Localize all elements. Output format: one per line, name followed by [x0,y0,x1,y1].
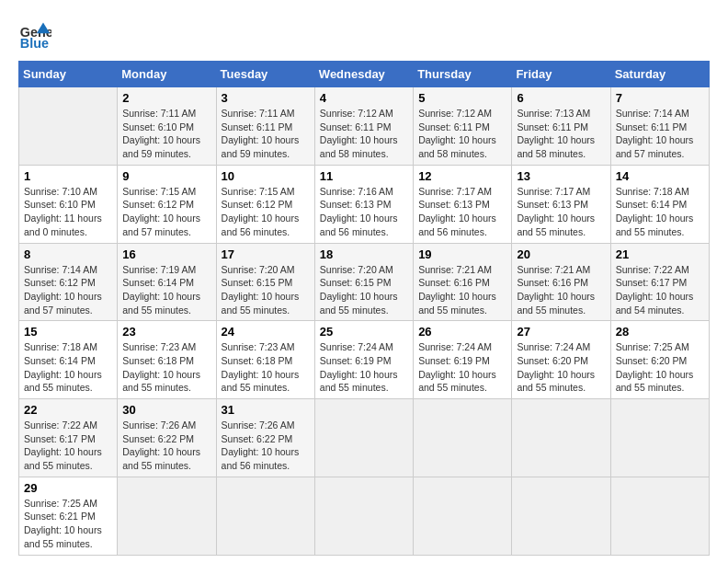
day-info: Sunrise: 7:20 AM Sunset: 6:15 PM Dayligh… [320,263,408,317]
calendar-cell: 31Sunrise: 7:26 AM Sunset: 6:22 PM Dayli… [216,399,314,477]
logo: General Blue [18,18,51,52]
calendar-cell: 18Sunrise: 7:20 AM Sunset: 6:15 PM Dayli… [314,243,413,321]
day-info: Sunrise: 7:26 AM Sunset: 6:22 PM Dayligh… [122,419,210,473]
day-number: 17 [222,247,310,261]
day-header-tuesday: Tuesday [216,62,314,87]
day-header-friday: Friday [512,62,610,87]
calendar-cell: 11Sunrise: 7:16 AM Sunset: 6:13 PM Dayli… [314,165,413,243]
calendar-cell: 13Sunrise: 7:17 AM Sunset: 6:13 PM Dayli… [512,165,610,243]
day-info: Sunrise: 7:13 AM Sunset: 6:11 PM Dayligh… [517,107,605,161]
day-number: 27 [517,325,605,339]
day-number: 21 [616,247,704,261]
calendar-cell: 30Sunrise: 7:26 AM Sunset: 6:22 PM Dayli… [118,399,216,477]
day-number: 10 [222,169,310,183]
calendar-cell: 16Sunrise: 7:19 AM Sunset: 6:14 PM Dayli… [118,243,216,321]
day-number: 3 [222,91,310,105]
day-number: 24 [222,325,310,339]
calendar-week-3: 15Sunrise: 7:18 AM Sunset: 6:14 PM Dayli… [19,321,710,399]
calendar-week-2: 8Sunrise: 7:14 AM Sunset: 6:12 PM Daylig… [19,243,710,321]
day-info: Sunrise: 7:15 AM Sunset: 6:12 PM Dayligh… [222,185,310,239]
calendar-cell: 20Sunrise: 7:21 AM Sunset: 6:16 PM Dayli… [512,243,610,321]
calendar-cell: 29Sunrise: 7:25 AM Sunset: 6:21 PM Dayli… [19,477,118,555]
day-number: 14 [616,169,704,183]
day-info: Sunrise: 7:22 AM Sunset: 6:17 PM Dayligh… [24,419,112,473]
day-number: 30 [122,403,210,417]
day-number: 20 [517,247,605,261]
calendar-cell: 15Sunrise: 7:18 AM Sunset: 6:14 PM Dayli… [19,321,118,399]
page-header: General Blue [18,18,710,52]
calendar-cell: 21Sunrise: 7:22 AM Sunset: 6:17 PM Dayli… [610,243,709,321]
day-number: 5 [418,91,506,105]
day-info: Sunrise: 7:23 AM Sunset: 6:18 PM Dayligh… [222,340,310,395]
day-info: Sunrise: 7:11 AM Sunset: 6:10 PM Dayligh… [122,107,210,161]
day-info: Sunrise: 7:12 AM Sunset: 6:11 PM Dayligh… [320,107,408,161]
day-info: Sunrise: 7:15 AM Sunset: 6:12 PM Dayligh… [122,185,210,239]
day-header-wednesday: Wednesday [314,62,413,87]
calendar-cell [414,399,512,477]
calendar-cell: 1Sunrise: 7:10 AM Sunset: 6:10 PM Daylig… [19,165,118,243]
day-header-monday: Monday [118,62,216,87]
calendar-week-0: 2Sunrise: 7:11 AM Sunset: 6:10 PM Daylig… [19,87,710,166]
calendar-cell: 28Sunrise: 7:25 AM Sunset: 6:20 PM Dayli… [610,321,709,399]
calendar-cell: 14Sunrise: 7:18 AM Sunset: 6:14 PM Dayli… [610,165,709,243]
day-number: 23 [122,325,210,339]
calendar-cell: 25Sunrise: 7:24 AM Sunset: 6:19 PM Dayli… [314,321,413,399]
day-header-saturday: Saturday [610,62,709,87]
day-info: Sunrise: 7:12 AM Sunset: 6:11 PM Dayligh… [418,107,506,161]
calendar-cell [216,477,314,555]
day-header-thursday: Thursday [414,62,512,87]
day-header-sunday: Sunday [19,62,118,87]
day-number: 6 [517,91,605,105]
day-info: Sunrise: 7:22 AM Sunset: 6:17 PM Dayligh… [616,263,704,317]
logo-icon: General Blue [18,18,51,52]
day-info: Sunrise: 7:17 AM Sunset: 6:13 PM Dayligh… [517,185,605,239]
calendar-week-4: 22Sunrise: 7:22 AM Sunset: 6:17 PM Dayli… [19,399,710,477]
calendar-cell: 3Sunrise: 7:11 AM Sunset: 6:11 PM Daylig… [216,87,314,166]
day-info: Sunrise: 7:21 AM Sunset: 6:16 PM Dayligh… [418,263,506,317]
day-number: 7 [616,91,704,105]
calendar-cell: 17Sunrise: 7:20 AM Sunset: 6:15 PM Dayli… [216,243,314,321]
day-number: 1 [24,169,112,183]
calendar-cell: 4Sunrise: 7:12 AM Sunset: 6:11 PM Daylig… [314,87,413,166]
day-info: Sunrise: 7:18 AM Sunset: 6:14 PM Dayligh… [616,185,704,239]
day-number: 26 [418,325,506,339]
day-number: 4 [320,91,408,105]
day-info: Sunrise: 7:25 AM Sunset: 6:20 PM Dayligh… [616,340,704,395]
calendar-cell: 6Sunrise: 7:13 AM Sunset: 6:11 PM Daylig… [512,87,610,166]
day-number: 8 [24,247,112,261]
calendar-cell: 2Sunrise: 7:11 AM Sunset: 6:10 PM Daylig… [118,87,216,166]
calendar-cell [314,477,413,555]
calendar-cell: 19Sunrise: 7:21 AM Sunset: 6:16 PM Dayli… [414,243,512,321]
calendar-week-5: 29Sunrise: 7:25 AM Sunset: 6:21 PM Dayli… [19,477,710,555]
calendar-cell [610,477,709,555]
day-info: Sunrise: 7:11 AM Sunset: 6:11 PM Dayligh… [222,107,310,161]
calendar-cell: 7Sunrise: 7:14 AM Sunset: 6:11 PM Daylig… [610,87,709,166]
day-number: 22 [24,403,112,417]
calendar-cell: 8Sunrise: 7:14 AM Sunset: 6:12 PM Daylig… [19,243,118,321]
calendar-table: SundayMondayTuesdayWednesdayThursdayFrid… [18,61,710,556]
calendar-cell [414,477,512,555]
day-number: 13 [517,169,605,183]
svg-text:Blue: Blue [20,36,49,51]
calendar-cell [512,477,610,555]
calendar-cell: 10Sunrise: 7:15 AM Sunset: 6:12 PM Dayli… [216,165,314,243]
day-info: Sunrise: 7:10 AM Sunset: 6:10 PM Dayligh… [24,185,112,239]
day-info: Sunrise: 7:23 AM Sunset: 6:18 PM Dayligh… [122,340,210,395]
calendar-cell: 27Sunrise: 7:24 AM Sunset: 6:20 PM Dayli… [512,321,610,399]
day-info: Sunrise: 7:24 AM Sunset: 6:20 PM Dayligh… [517,340,605,395]
day-info: Sunrise: 7:24 AM Sunset: 6:19 PM Dayligh… [320,340,408,395]
day-number: 25 [320,325,408,339]
day-info: Sunrise: 7:19 AM Sunset: 6:14 PM Dayligh… [122,263,210,317]
calendar-cell [314,399,413,477]
calendar-cell [19,87,118,166]
day-number: 9 [122,169,210,183]
day-info: Sunrise: 7:24 AM Sunset: 6:19 PM Dayligh… [418,340,506,395]
calendar-cell [610,399,709,477]
calendar-cell: 5Sunrise: 7:12 AM Sunset: 6:11 PM Daylig… [414,87,512,166]
day-info: Sunrise: 7:26 AM Sunset: 6:22 PM Dayligh… [222,419,310,473]
calendar-header: SundayMondayTuesdayWednesdayThursdayFrid… [19,62,710,87]
day-info: Sunrise: 7:16 AM Sunset: 6:13 PM Dayligh… [320,185,408,239]
calendar-cell: 26Sunrise: 7:24 AM Sunset: 6:19 PM Dayli… [414,321,512,399]
day-info: Sunrise: 7:14 AM Sunset: 6:12 PM Dayligh… [24,263,112,317]
calendar-cell: 9Sunrise: 7:15 AM Sunset: 6:12 PM Daylig… [118,165,216,243]
